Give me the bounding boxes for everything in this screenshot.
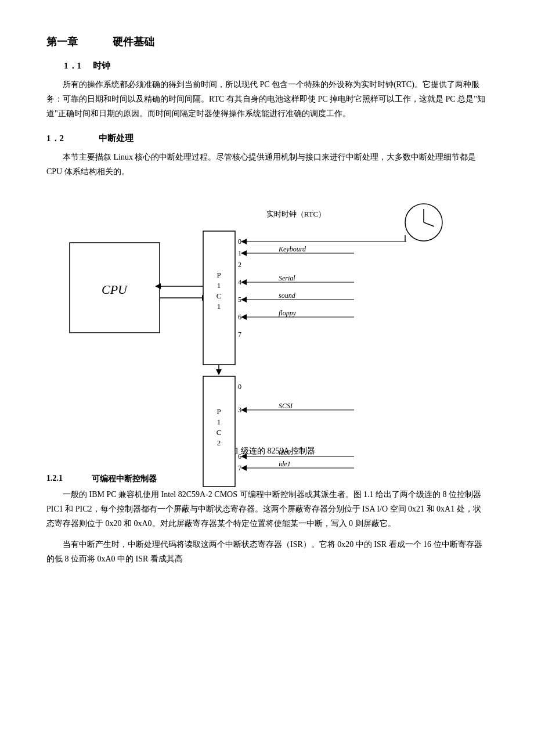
- svg-text:ide0: ide0: [279, 448, 291, 456]
- section-1-2-title: 1．2 中断处理: [46, 133, 488, 144]
- svg-text:1: 1: [217, 302, 221, 311]
- svg-marker-29: [241, 297, 247, 303]
- chapter-heading: 硬件基础: [113, 35, 154, 49]
- subsection-1-2-1-para-1: 一般的 IBM PC 兼容机使用 Intel 82C59A-2 CMOS 可编程…: [46, 487, 488, 531]
- diagram-area: CPU P 1 C 1 0 1 2 4 5: [64, 196, 470, 440]
- svg-marker-51: [241, 407, 247, 413]
- svg-text:P: P: [217, 407, 221, 416]
- subsection-1-2-1-heading: 可编程中断控制器: [92, 474, 157, 484]
- section-1-1-para-1: 所有的操作系统都必须准确的得到当前时间，所以现代 PC 包含一个特殊的外设称为实…: [46, 77, 488, 121]
- svg-text:1: 1: [217, 281, 221, 290]
- svg-marker-26: [241, 279, 247, 285]
- svg-text:CPU: CPU: [102, 282, 128, 297]
- svg-text:floppy: floppy: [279, 309, 297, 317]
- svg-text:2: 2: [217, 438, 221, 447]
- svg-text:7: 7: [238, 330, 241, 339]
- svg-text:Serial: Serial: [279, 274, 295, 282]
- diagram-svg: CPU P 1 C 1 0 1 2 4 5: [64, 196, 470, 440]
- section-1-1-heading: 时钟: [93, 60, 110, 71]
- subsection-1-2-1-title: 1.2.1 可编程中断控制器: [46, 474, 488, 484]
- svg-text:SCSI: SCSI: [279, 402, 293, 410]
- chapter-number: 第一章: [46, 35, 78, 49]
- section-1-1-number: 1．1: [64, 60, 81, 71]
- svg-text:实时时钟（RTC）: 实时时钟（RTC）: [266, 210, 326, 218]
- svg-text:sound: sound: [279, 291, 296, 300]
- diagram-container: CPU P 1 C 1 0 1 2 4 5: [46, 196, 488, 456]
- svg-marker-23: [241, 250, 247, 256]
- svg-text:C: C: [217, 428, 222, 437]
- svg-text:0: 0: [238, 383, 241, 391]
- svg-text:1: 1: [217, 417, 221, 426]
- section-1-2-heading: 中断处理: [99, 133, 134, 144]
- chapter-title: 第一章 硬件基础: [46, 35, 488, 49]
- subsection-1-2-1-number: 1.2.1: [46, 474, 63, 484]
- svg-text:2: 2: [238, 261, 241, 269]
- svg-text:Keybourd: Keybourd: [278, 245, 306, 253]
- svg-text:C: C: [217, 291, 222, 300]
- subsection-1-2-1-para-2: 当有中断产生时，中断处理代码将读取这两个中断状态寄存器（ISR）。它将 0x20…: [46, 537, 488, 566]
- section-1-2-number: 1．2: [46, 133, 64, 144]
- section-1-1-title: 1．1 时钟: [64, 60, 488, 71]
- svg-marker-57: [241, 465, 247, 471]
- svg-marker-5: [216, 369, 222, 375]
- svg-text:P: P: [217, 271, 221, 279]
- svg-marker-21: [241, 239, 247, 244]
- section-1-2-para-1: 本节主要描叙 Linux 核心的中断处理过程。尽管核心提供通用机制与接口来进行中…: [46, 150, 488, 179]
- svg-text:ide1: ide1: [279, 460, 291, 468]
- svg-marker-32: [241, 314, 247, 320]
